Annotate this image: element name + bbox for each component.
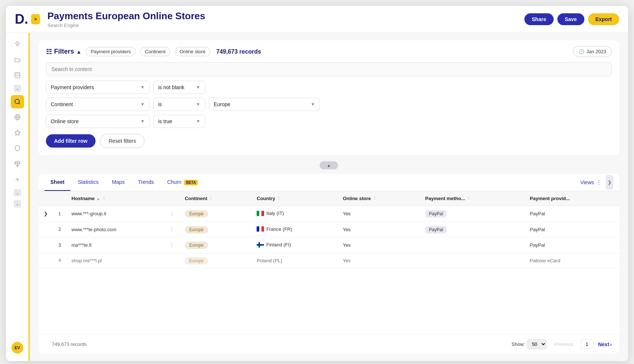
col-menu-icon[interactable]: ⋮ [277, 196, 281, 201]
svg-rect-9 [257, 211, 259, 216]
page-title: Payments European Online Stores [47, 10, 520, 22]
flag-finland [257, 242, 264, 247]
filter-operator-2[interactable]: is ▼ [153, 98, 205, 111]
right-panel-toggle[interactable]: ❯ [606, 175, 613, 190]
page-size-select[interactable]: 50 [527, 339, 547, 349]
filter-operator-1[interactable]: is not blank ▼ [153, 81, 205, 94]
sidebar-item-globe[interactable] [11, 111, 24, 124]
views-menu-icon: ⋮ [596, 179, 601, 185]
chevron-down-icon: ▼ [140, 85, 145, 90]
cell-payment-method-1: PayPal [420, 206, 524, 222]
th-continent: Continent ⋮ [180, 191, 251, 206]
save-button[interactable]: Save [557, 13, 584, 25]
table-header-row: Hostname ▲ ⋮ Continent ⋮ [39, 191, 619, 206]
sidebar-item-star[interactable] [11, 126, 24, 139]
sidebar-expand-1[interactable]: ⌄ [14, 85, 21, 92]
cell-country-3: Finland (FI) [251, 237, 337, 253]
chevron-down-icon: ▼ [311, 102, 315, 107]
svg-marker-3 [14, 130, 20, 135]
sidebar-expand-3[interactable]: ⌄ [14, 200, 21, 208]
table-scroll[interactable]: Hostname ▲ ⋮ Continent ⋮ [39, 191, 619, 334]
filters-header: ☷ Filters ▲ Payment providers Continent … [46, 46, 612, 57]
total-records-label: 749,673 records [46, 341, 87, 347]
tab-statistics[interactable]: Statistics [72, 174, 104, 191]
cell-hostname-2: www.***le-photo.com ⋮ [66, 222, 180, 237]
search-input[interactable] [46, 62, 612, 76]
nav-toggle-button[interactable]: > [31, 14, 40, 24]
add-filter-button[interactable]: Add filter row [46, 134, 96, 148]
cell-country-4: Poland (PL) [251, 253, 337, 268]
row-expand-1[interactable]: ❯ [39, 206, 53, 222]
next-arrow-icon: › [610, 341, 612, 347]
export-button[interactable]: Export [588, 13, 619, 25]
filter-icon: ☷ [46, 48, 52, 56]
collapse-button[interactable]: ▲ [320, 161, 338, 169]
sidebar-item-shield[interactable] [11, 142, 24, 155]
filter-tag-online-store[interactable]: Online store [175, 47, 210, 56]
col-menu-icon[interactable]: ⋮ [373, 196, 377, 201]
page-number-input[interactable] [580, 340, 594, 349]
next-button[interactable]: Next › [598, 341, 612, 347]
cell-payment-method-3 [420, 237, 524, 253]
filter-field-1[interactable]: Payment providers ▼ [46, 81, 150, 94]
tab-churn[interactable]: Churn BETA [161, 174, 204, 191]
cell-continent-2: Europe [180, 222, 251, 237]
cell-online-store-3: Yes [338, 237, 420, 253]
row-expand-3[interactable] [39, 237, 53, 253]
row-num-1: 1 [53, 206, 66, 222]
cell-payment-method-4 [420, 253, 524, 268]
previous-button[interactable]: Previous [551, 340, 576, 348]
tab-sheet[interactable]: Sheet [44, 174, 70, 191]
col-menu-icon[interactable]: ⋮ [102, 196, 106, 201]
row-actions-icon[interactable]: ⋮ [169, 226, 174, 232]
sidebar-item-search[interactable] [11, 95, 24, 108]
chevron-down-icon: ▼ [140, 102, 145, 107]
filter-tag-continent[interactable]: Continent [140, 47, 170, 56]
row-actions-icon[interactable]: ⋮ [169, 211, 174, 217]
table-row: 2 www.***le-photo.com ⋮ Europe [39, 222, 619, 237]
sort-icon[interactable]: ▲ [96, 196, 100, 201]
sidebar-item-folder[interactable] [11, 53, 24, 66]
sidebar-item-plus[interactable] [11, 173, 24, 186]
cell-continent-3: Europe [180, 237, 251, 253]
col-menu-icon[interactable]: ⋮ [467, 196, 471, 201]
filter-value-2[interactable]: Europe ▼ [209, 98, 320, 111]
share-button[interactable]: Share [524, 13, 554, 25]
page-subtitle: Search Engine [47, 23, 520, 28]
sidebar-item-database[interactable] [11, 68, 24, 82]
flag-france [257, 226, 264, 232]
cell-hostname-3: ma***te.fi ⋮ [66, 237, 180, 253]
row-expand-2[interactable] [39, 222, 53, 237]
filter-field-2[interactable]: Continent ▼ [46, 98, 150, 111]
header-actions: Share Save Export [524, 13, 619, 25]
svg-rect-12 [257, 226, 259, 232]
row-actions-icon[interactable]: ⋮ [169, 242, 174, 248]
svg-point-0 [15, 73, 20, 74]
cell-online-store-4: Yes [338, 253, 420, 268]
sidebar-item-gem[interactable] [11, 157, 24, 171]
row-expand-4[interactable] [39, 253, 53, 268]
filter-tag-payment-providers[interactable]: Payment providers [86, 47, 136, 56]
row-num-2: 2 [53, 222, 66, 237]
cell-payment-provider-3: PayPal [525, 237, 620, 253]
tab-trends[interactable]: Trends [132, 174, 160, 191]
col-menu-icon[interactable]: ⋮ [209, 196, 213, 201]
chevron-down-icon: ▼ [196, 119, 200, 124]
filters-chevron-icon: ▲ [76, 49, 81, 55]
th-expand [39, 191, 53, 206]
th-hostname: Hostname ▲ ⋮ [66, 191, 180, 206]
sidebar-item-home[interactable] [11, 37, 24, 51]
logo-icon: D. [15, 13, 28, 26]
filter-operator-3[interactable]: is true ▼ [153, 115, 205, 128]
filter-field-3[interactable]: Online store ▼ [46, 115, 150, 128]
tab-maps[interactable]: Maps [106, 174, 130, 191]
svg-rect-10 [259, 211, 261, 216]
records-count: 749,673 records [216, 48, 261, 55]
sidebar-expand-2[interactable]: ⌄ [14, 189, 21, 196]
table-panel: Sheet Statistics Maps Trends Churn BETA … [39, 174, 619, 354]
date-filter[interactable]: 🕑 Jan 2023 [573, 46, 612, 57]
table-row: ❯ 1 www.***-group.it ⋮ Europe [39, 206, 619, 222]
reset-filters-button[interactable]: Reset filters [100, 134, 144, 148]
filter-row-2: Continent ▼ is ▼ Europe ▼ [46, 98, 612, 111]
views-button[interactable]: Views ⋮ [580, 179, 601, 185]
